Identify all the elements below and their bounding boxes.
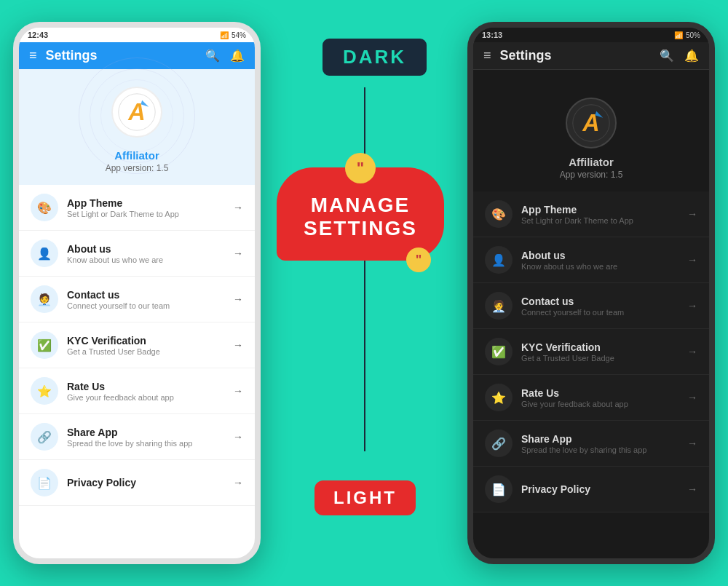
profile-section-light: A Affiliator App version: 1.5 bbox=[19, 69, 255, 185]
list-item[interactable]: 📄 Privacy Policy → bbox=[473, 467, 709, 512]
list-item[interactable]: 🧑‍💼 Contact us Connect yourself to our t… bbox=[19, 277, 255, 322]
arrow-icon: → bbox=[233, 385, 243, 397]
connector-line bbox=[364, 87, 365, 451]
kyc-icon-light: ✅ bbox=[31, 331, 58, 359]
item-title: App Theme bbox=[67, 197, 233, 209]
privacy-icon-dark: 📄 bbox=[485, 475, 513, 503]
item-title: Privacy Policy bbox=[67, 477, 233, 488]
item-title: Contact us bbox=[67, 289, 233, 301]
arrow-icon: → bbox=[687, 346, 697, 357]
rateus-icon-light: ⭐ bbox=[31, 377, 58, 405]
arrow-icon: → bbox=[233, 339, 243, 351]
time-dark: 13:13 bbox=[482, 31, 502, 39]
arrow-icon: → bbox=[687, 254, 697, 266]
item-title: Share App bbox=[67, 427, 233, 438]
quote-close-icon: " bbox=[406, 248, 431, 272]
header-bar-dark: ≡ Settings 🔍 🔔 bbox=[473, 42, 709, 70]
aboutus-icon-light: 👤 bbox=[31, 239, 58, 267]
arrow-icon: → bbox=[687, 392, 697, 403]
profile-section-dark: A Affiliator App version: 1.5 bbox=[473, 70, 709, 191]
list-item[interactable]: 🎨 App Theme Set Light or Dark Theme to A… bbox=[19, 185, 255, 231]
header-title-dark: Settings bbox=[500, 48, 651, 63]
item-subtitle: Connect yourself to our team bbox=[521, 308, 687, 317]
item-title: KYC Verification bbox=[521, 341, 687, 353]
item-subtitle: Set Light or Dark Theme to App bbox=[521, 216, 687, 225]
arrow-icon: → bbox=[687, 437, 697, 449]
status-bar-dark: 13:13 📶 50% bbox=[473, 28, 709, 42]
arrow-icon: → bbox=[687, 483, 697, 495]
settings-list-dark: 🎨 App Theme Set Light or Dark Theme to A… bbox=[473, 191, 709, 512]
item-subtitle: Get a Trusted User Badge bbox=[67, 347, 233, 356]
item-subtitle: Give your feedback about app bbox=[67, 393, 233, 402]
logo-svg-dark: A bbox=[571, 103, 611, 143]
list-item[interactable]: 📄 Privacy Policy → bbox=[19, 460, 255, 506]
list-item[interactable]: 🔗 Share App Spread the love by sharing t… bbox=[19, 414, 255, 460]
item-title: Rate Us bbox=[67, 381, 233, 392]
list-item[interactable]: 🔗 Share App Spread the love by sharing t… bbox=[473, 421, 709, 467]
manage-text: MANAGE SETTINGS bbox=[291, 194, 430, 240]
item-title: Privacy Policy bbox=[521, 483, 687, 495]
arrow-icon: → bbox=[233, 248, 243, 259]
item-subtitle: Give your feedback about app bbox=[521, 400, 687, 408]
list-item[interactable]: 🧑‍💼 Contact us Connect yourself to our t… bbox=[473, 283, 709, 329]
app-version-dark: App version: 1.5 bbox=[560, 170, 623, 180]
list-item[interactable]: 👤 About us Know about us who we are → bbox=[19, 231, 255, 277]
item-subtitle: Connect yourself to our team bbox=[67, 301, 233, 310]
arrow-icon: → bbox=[687, 300, 697, 312]
arrow-icon: → bbox=[233, 202, 243, 213]
arrow-icon: → bbox=[233, 477, 243, 488]
contactus-icon-light: 🧑‍💼 bbox=[31, 285, 58, 313]
light-label: LIGHT bbox=[314, 480, 416, 515]
status-icons-dark: 📶 50% bbox=[674, 31, 700, 39]
list-item[interactable]: 👤 About us Know about us who we are → bbox=[473, 237, 709, 283]
app-logo-dark: A bbox=[566, 98, 617, 149]
item-title: Share App bbox=[521, 433, 687, 445]
contactus-icon-dark: 🧑‍💼 bbox=[485, 292, 513, 320]
search-icon-dark[interactable]: 🔍 bbox=[660, 49, 674, 63]
share-icon-light: 🔗 bbox=[31, 423, 58, 451]
item-subtitle: Spread the love by sharing this app bbox=[67, 439, 233, 448]
menu-icon-dark[interactable]: ≡ bbox=[483, 48, 491, 63]
header-icons-dark: 🔍 🔔 bbox=[660, 49, 699, 63]
settings-list-light: 🎨 App Theme Set Light or Dark Theme to A… bbox=[19, 185, 255, 506]
item-subtitle: Set Light or Dark Theme to App bbox=[67, 210, 233, 218]
battery-icon-dark: 50% bbox=[686, 31, 700, 39]
theme-icon-light: 🎨 bbox=[31, 194, 58, 221]
item-subtitle: Know about us who we are bbox=[521, 262, 687, 271]
status-icons-light: 📶 54% bbox=[220, 31, 246, 39]
wifi-icon: 📶 bbox=[220, 31, 229, 39]
item-subtitle: Spread the love by sharing this app bbox=[521, 446, 687, 454]
rateus-icon-dark: ⭐ bbox=[485, 384, 513, 411]
item-title: App Theme bbox=[521, 204, 687, 215]
status-bar-light: 12:43 📶 54% bbox=[19, 28, 255, 42]
search-icon-light[interactable]: 🔍 bbox=[205, 49, 220, 63]
arrow-icon: → bbox=[233, 293, 243, 305]
dark-label: DARK bbox=[320, 36, 429, 78]
item-title: Contact us bbox=[521, 296, 687, 307]
time-light: 12:43 bbox=[28, 31, 48, 39]
bell-icon-dark[interactable]: 🔔 bbox=[684, 49, 699, 63]
item-title: KYC Verification bbox=[67, 335, 233, 347]
item-title: About us bbox=[67, 243, 233, 255]
bell-icon-light[interactable]: 🔔 bbox=[230, 49, 245, 63]
item-subtitle: Get a Trusted User Badge bbox=[521, 354, 687, 363]
item-title: About us bbox=[521, 250, 687, 261]
theme-icon-dark: 🎨 bbox=[485, 200, 513, 228]
aboutus-icon-dark: 👤 bbox=[485, 246, 513, 274]
list-item[interactable]: ⭐ Rate Us Give your feedback about app → bbox=[473, 375, 709, 421]
menu-icon-light[interactable]: ≡ bbox=[29, 48, 37, 63]
list-item[interactable]: 🎨 App Theme Set Light or Dark Theme to A… bbox=[473, 191, 709, 237]
list-item[interactable]: ✅ KYC Verification Get a Trusted User Ba… bbox=[19, 322, 255, 368]
arrow-icon: → bbox=[233, 431, 243, 443]
dark-phone: 13:13 📶 50% ≡ Settings 🔍 🔔 A bbox=[467, 22, 715, 564]
header-icons-light: 🔍 🔔 bbox=[205, 49, 245, 63]
quote-open-icon: " bbox=[345, 153, 376, 183]
item-title: Rate Us bbox=[521, 387, 687, 399]
app-name-dark: Affiliator bbox=[569, 156, 614, 168]
manage-settings-bubble: " MANAGE SETTINGS " bbox=[277, 167, 444, 261]
kyc-icon-dark: ✅ bbox=[485, 338, 513, 365]
list-item[interactable]: ⭐ Rate Us Give your feedback about app → bbox=[19, 368, 255, 414]
arrow-icon: → bbox=[687, 208, 697, 220]
battery-icon-light: 54% bbox=[232, 31, 246, 39]
list-item[interactable]: ✅ KYC Verification Get a Trusted User Ba… bbox=[473, 329, 709, 375]
